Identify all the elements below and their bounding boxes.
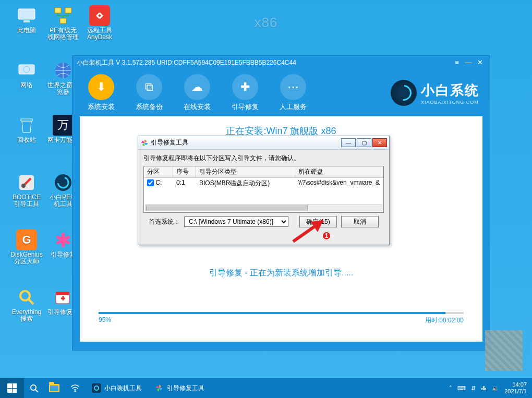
clock-time: 14:07 [504,381,527,388]
svg-rect-1 [23,20,30,22]
windows-logo-icon [7,383,17,393]
task-search[interactable] [24,378,44,398]
elapsed-time: 用时:00:02:00 [425,316,464,325]
svg-point-13 [20,291,30,300]
tray-volume-icon[interactable]: 🔉 [492,385,499,392]
row-checkbox[interactable] [147,179,154,186]
download-icon: ⬇ [96,80,106,94]
dialog-maximize-button[interactable]: ▢ [357,138,371,147]
clock-date: 2021/7/1 [504,388,527,395]
pinwheel-icon [140,139,149,147]
task-wifi[interactable] [65,378,86,398]
tab-online-install[interactable]: ☁在线安装 [179,74,215,112]
brand-title: 小白系统 [421,81,479,100]
minimize-icon[interactable]: — [463,58,474,67]
desktop-icon-this-pc[interactable]: 此电脑 [10,5,43,43]
status-text: 引导修复 - 正在为新装系统增加引导..... [88,268,474,279]
svg-rect-3 [65,8,71,13]
tab-system-install[interactable]: ⬇系统安装 [83,74,119,112]
system-tray[interactable]: ˄ ⌨ ⇵ 🖧 🔉 [444,385,504,392]
svg-rect-0 [18,9,35,19]
brand-block: 小白系统 XIAOBAIXITONG.COM [391,80,479,106]
installer-title-text: 小白装机工具 V 3.1.572.285 URID:CDFF5A594C09E1… [77,56,296,69]
svg-point-10 [21,184,26,188]
col-type[interactable]: 引导分区类型 [196,166,295,177]
start-button[interactable] [0,378,24,398]
show-desktop-button[interactable] [529,378,532,398]
brand-logo-icon [391,80,417,106]
progress-bar [99,312,464,314]
annotation-bullet: 1 [322,231,331,240]
brand-subtitle: XIAOBAIXITONG.COM [421,100,479,105]
progress-fill [99,312,445,314]
tray-network-icon[interactable]: 🖧 [481,385,487,391]
preferred-system-select[interactable]: C:\ [Windows 7 Ultimate (x86)] [184,216,288,227]
svg-rect-2 [55,8,61,13]
cancel-button[interactable]: 取消 [341,216,379,227]
cloud-icon: ☁ [191,80,203,94]
tray-usb-icon[interactable]: ⇵ [471,385,476,392]
ok-button[interactable]: 确定(15) [299,216,337,227]
desktop-icon-bootice[interactable]: BOOTICE引导工具 [10,172,43,210]
task-item-bootrepair[interactable]: 引导修复工具 [148,378,211,398]
taskbar-clock[interactable]: 14:07 2021/7/1 [504,381,529,395]
desktop-watermark: x86 [255,15,278,31]
installer-task-icon [92,383,101,393]
menu-icon[interactable]: ≡ [451,58,463,67]
table-row[interactable]: C: 0:1 BIOS(MBR磁盘启动分区) \\?\scsi#disk&ven… [144,178,383,189]
taskbar: 小白装机工具 引导修复工具 ˄ ⌨ ⇵ 🖧 🔉 14:07 2021/7/1 [0,378,532,398]
tab-system-backup[interactable]: ⧉系统备份 [131,74,167,112]
svg-rect-15 [56,292,69,295]
dialog-message: 引导修复程序即将在以下分区写入引导文件，请您确认。 [143,154,384,163]
dialog-close-button[interactable]: ✕ [372,138,387,147]
backup-icon: ⧉ [145,80,153,94]
progress-percent: 95% [99,316,111,325]
progress-area: 95% 用时:00:02:00 [99,312,464,325]
installer-titlebar: 小白装机工具 V 3.1.572.285 URID:CDFF5A594C09E1… [72,56,490,69]
dialog-titlebar: 引导修复工具 — ▢ ✕ [138,136,389,150]
svg-point-17 [75,391,76,392]
col-index[interactable]: 序号 [173,166,196,177]
svg-rect-8 [21,119,32,121]
desktop-icon-diskgenius[interactable]: GDiskGenius分区大师 [10,230,43,267]
boot-repair-dialog: 引导修复工具 — ▢ ✕ 引导修复程序即将在以下分区写入引导文件，请您确认。 分… [138,136,390,245]
task-item-installer[interactable]: 小白装机工具 [86,378,148,398]
col-partition[interactable]: 分区 [144,166,173,177]
folder-icon [49,384,59,392]
table-header-row: 分区 序号 引导分区类型 所在硬盘 [144,166,383,178]
svg-point-16 [31,385,36,390]
close-icon[interactable]: ✕ [474,58,486,67]
tray-keyboard-icon[interactable]: ⌨ [457,385,466,392]
svg-rect-4 [60,18,66,23]
col-disk[interactable]: 所在硬盘 [295,166,383,177]
desktop-icon-network[interactable]: 网络 [10,60,43,98]
tab-boot-repair[interactable]: ✚引导修复 [227,74,263,112]
desktop-icon-anydesk[interactable]: 远程工具AnyDesk [83,5,116,43]
svg-point-18 [94,386,99,390]
desktop-thumbnail [485,330,523,371]
horizontal-scrollbar[interactable] [145,204,382,211]
main-toolbar: ⬇系统安装 ⧉系统备份 ☁在线安装 ✚引导修复 ⋯人工服务 小白系统 XIAOB… [72,69,490,116]
partition-table: 分区 序号 引导分区类型 所在硬盘 C: 0:1 BIOS(MBR磁盘启动分区)… [143,166,384,213]
task-explorer[interactable] [44,378,65,398]
desktop-icon-network-mgr[interactable]: PE有线无线网络管理 [47,5,79,43]
dialog-minimize-button[interactable]: — [341,138,356,147]
bootrepair-task-icon [154,383,164,393]
preferred-system-label: 首选系统： [149,218,180,226]
desktop-icon-everything[interactable]: Everything搜索 [10,287,43,324]
tab-support[interactable]: ⋯人工服务 [275,74,311,112]
chat-icon: ⋯ [287,80,299,94]
desktop-icon-recycle-bin[interactable]: 回收站 [10,115,43,152]
dialog-title-text: 引导修复工具 [151,138,188,147]
plus-icon: ✚ [240,80,250,94]
tray-chevron-icon[interactable]: ˄ [449,385,452,392]
